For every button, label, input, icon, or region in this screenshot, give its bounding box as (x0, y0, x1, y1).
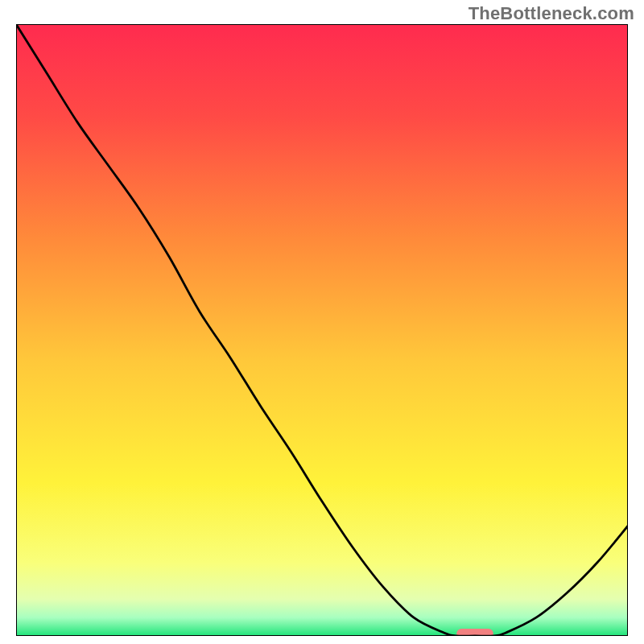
chart-area (16, 24, 628, 636)
chart-stage: TheBottleneck.com (0, 0, 644, 644)
gradient-background (16, 24, 628, 636)
bottleneck-chart (16, 24, 628, 636)
watermark-label: TheBottleneck.com (469, 3, 634, 24)
